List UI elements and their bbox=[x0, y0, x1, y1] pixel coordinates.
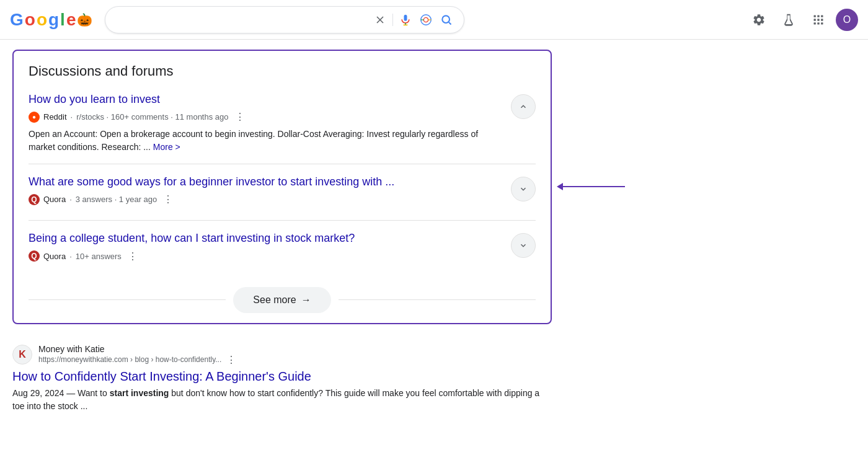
expand-btn-3[interactable] bbox=[511, 233, 536, 258]
snippet-1: Open an Account: Open a brokerage accoun… bbox=[29, 128, 503, 154]
svg-rect-13 bbox=[821, 15, 823, 17]
expand-btn-1[interactable] bbox=[511, 94, 536, 119]
discussion-left-3: Being a college student, how can I start… bbox=[29, 231, 503, 267]
source-name-2: Quora bbox=[43, 195, 66, 204]
quora-icon-3: Q bbox=[29, 250, 40, 262]
discussion-link-2[interactable]: What are some good ways for a beginner i… bbox=[29, 174, 503, 190]
quora-icon-2: Q bbox=[29, 194, 40, 205]
svg-rect-18 bbox=[817, 22, 819, 24]
svg-rect-12 bbox=[817, 15, 819, 17]
discussion-item: How do you learn to invest ● Reddit · r/… bbox=[29, 92, 536, 164]
discussions-box: Discussions and forums How do you learn … bbox=[12, 50, 552, 324]
clear-search-button[interactable] bbox=[373, 12, 388, 27]
google-logo[interactable]: Google🎃 bbox=[10, 10, 92, 30]
search-button[interactable] bbox=[439, 12, 454, 27]
more-link-1[interactable]: More > bbox=[153, 142, 180, 152]
source-meta-1: · bbox=[71, 112, 73, 122]
source-row-1: ● Reddit · r/stocks · 160+ comments · 11… bbox=[29, 111, 503, 123]
svg-point-9 bbox=[443, 15, 450, 23]
more-options-1[interactable]: ⋮ bbox=[232, 111, 247, 123]
source-row-3: Q Quora · 10+ answers ⋮ bbox=[29, 250, 503, 262]
discussion-left-2: What are some good ways for a beginner i… bbox=[29, 174, 503, 210]
search-results: Discussions and forums How do you learn … bbox=[12, 50, 552, 423]
discussion-left: How do you learn to invest ● Reddit · r/… bbox=[29, 92, 503, 154]
more-options-3[interactable]: ⋮ bbox=[125, 250, 140, 262]
discussion-link-1[interactable]: How do you learn to invest bbox=[29, 92, 503, 107]
source-meta-sep-2: · bbox=[69, 195, 72, 204]
source-name-3: Quora bbox=[43, 252, 66, 261]
web-result-1: K Money with Katie https://moneywithkati… bbox=[12, 339, 552, 418]
source-row-2: Q Quora · 3 answers · 1 year ago ⋮ bbox=[29, 193, 503, 205]
svg-point-6 bbox=[424, 17, 428, 22]
apps-button[interactable] bbox=[806, 7, 831, 32]
site-info: K Money with Katie https://moneywithkati… bbox=[12, 344, 552, 366]
see-more-line-right bbox=[339, 299, 536, 300]
svg-line-10 bbox=[449, 22, 451, 24]
snippet-date: Aug 29, 2024 bbox=[12, 388, 64, 398]
search-input[interactable]: how to start investing bbox=[115, 14, 368, 25]
see-more-button[interactable]: See more → bbox=[233, 287, 330, 313]
result-title[interactable]: How to Confidently Start Investing: A Be… bbox=[12, 368, 552, 384]
voice-search-button[interactable] bbox=[398, 12, 413, 27]
reddit-icon: ● bbox=[29, 112, 40, 123]
labs-button[interactable] bbox=[776, 7, 801, 32]
svg-rect-16 bbox=[821, 19, 823, 20]
result-snippet: Aug 29, 2024 — Want to start investing b… bbox=[12, 387, 552, 413]
svg-rect-17 bbox=[814, 22, 816, 24]
see-more-row: See more → bbox=[29, 287, 536, 313]
search-bar: how to start investing bbox=[105, 6, 464, 33]
discussions-title: Discussions and forums bbox=[29, 63, 536, 79]
see-more-arrow: → bbox=[301, 294, 311, 306]
header: Google🎃 how to start investing bbox=[0, 0, 868, 40]
svg-rect-14 bbox=[814, 19, 816, 20]
expand-btn-2[interactable] bbox=[511, 177, 536, 201]
more-options-2[interactable]: ⋮ bbox=[161, 193, 175, 205]
source-details-2: 3 answers · 1 year ago bbox=[76, 195, 157, 204]
source-name-1: Reddit bbox=[43, 112, 67, 122]
discussion-item-3: Being a college student, how can I start… bbox=[29, 231, 536, 276]
source-details-3: 10+ answers bbox=[76, 252, 122, 261]
site-name-block: Money with Katie https://moneywithkatie.… bbox=[38, 344, 239, 366]
svg-rect-2 bbox=[404, 14, 407, 20]
source-details-1: r/stocks · 160+ comments · 11 months ago bbox=[76, 112, 228, 122]
arrow-line bbox=[563, 186, 625, 187]
snippet-bold: start investing bbox=[110, 388, 169, 398]
lens-search-button[interactable] bbox=[418, 12, 434, 28]
main-content: Discussions and forums How do you learn … bbox=[0, 40, 868, 433]
svg-rect-19 bbox=[821, 22, 823, 24]
arrow-annotation bbox=[557, 183, 625, 190]
result-more-options[interactable]: ⋮ bbox=[224, 354, 239, 366]
discussion-item-2: What are some good ways for a beginner i… bbox=[29, 174, 536, 221]
discussion-link-3[interactable]: Being a college student, how can I start… bbox=[29, 231, 503, 246]
site-favicon: K bbox=[12, 345, 32, 365]
site-url-text: https://moneywithkatie.com › blog › how-… bbox=[38, 355, 221, 364]
source-meta-sep-3: · bbox=[69, 252, 72, 261]
svg-rect-11 bbox=[814, 15, 816, 17]
see-more-line-left bbox=[29, 299, 226, 300]
account-avatar[interactable]: O bbox=[836, 9, 858, 31]
see-more-label: See more bbox=[253, 294, 296, 306]
snippet-dash: — Want to bbox=[66, 388, 110, 398]
header-right: O bbox=[746, 7, 858, 32]
arrow-head bbox=[557, 183, 563, 190]
site-url: https://moneywithkatie.com › blog › how-… bbox=[38, 354, 239, 366]
svg-rect-15 bbox=[817, 19, 819, 20]
settings-button[interactable] bbox=[746, 7, 771, 32]
site-name: Money with Katie bbox=[38, 344, 239, 354]
